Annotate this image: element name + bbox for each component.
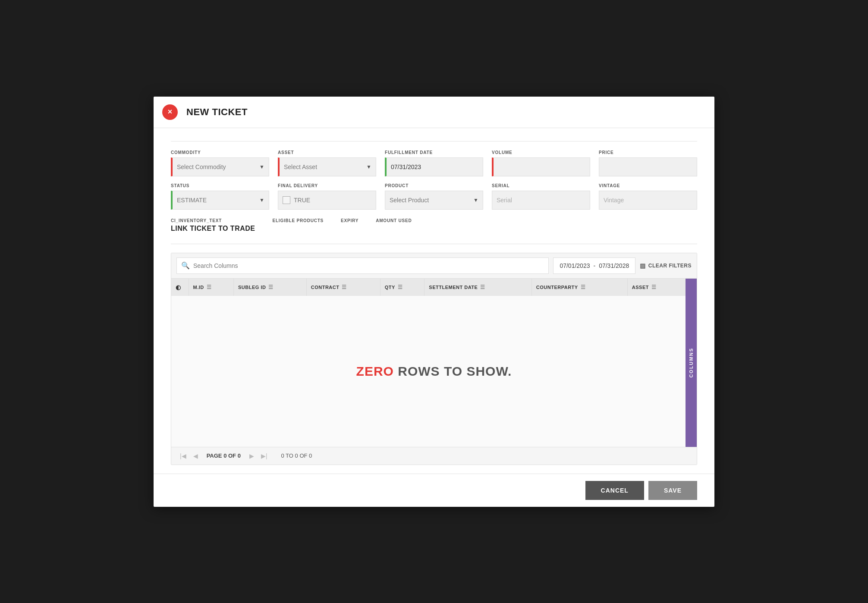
col-qty-sort-icon: ☰ <box>398 284 403 290</box>
final-delivery-group: FINAL DELIVERY TRUE <box>278 183 376 210</box>
prev-page-button[interactable]: ◀ <box>192 452 200 460</box>
table-header-row: ◐ M.ID ☰ SUBLEG ID <box>171 279 697 296</box>
col-settlement-date-label: SETTLEMENT DATE <box>429 285 478 290</box>
table-toolbar: 🔍 07/01/2023 - 07/31/2028 ▨ CLEAR FILTER… <box>171 253 697 279</box>
product-group: PRODUCT Select Product ▼ <box>385 183 483 210</box>
serial-label: SERIAL <box>492 183 590 188</box>
range-info: 0 TO 0 OF 0 <box>281 452 312 459</box>
col-subleg-id[interactable]: SUBLEG ID ☰ <box>234 279 307 296</box>
expiry-group: EXPIRY <box>341 218 359 225</box>
vintage-placeholder: Vintage <box>604 197 624 204</box>
status-group: STATUS ESTIMATE ▼ <box>171 183 269 210</box>
price-group: PRICE <box>599 150 697 176</box>
asset-chevron-icon: ▼ <box>366 164 371 170</box>
cancel-button[interactable]: CANCEL <box>585 481 644 500</box>
save-button[interactable]: SAVE <box>648 481 697 500</box>
form-row-1: COMMODITY Select Commodity ▼ ASSET Selec… <box>171 150 697 210</box>
price-label: PRICE <box>599 150 697 155</box>
table-wrapper: ◐ M.ID ☰ SUBLEG ID <box>171 279 697 447</box>
asset-label: ASSET <box>278 150 376 155</box>
col-select-icon: ◐ <box>176 284 181 291</box>
columns-sidebar-label: COLUMNS <box>689 348 694 378</box>
ci-inventory-section: CI_INVENTORY_TEXT LINK TICKET TO TRADE <box>171 218 255 232</box>
ci-row: CI_INVENTORY_TEXT LINK TICKET TO TRADE E… <box>171 218 697 237</box>
asset-group: ASSET Select Asset ▼ <box>278 150 376 176</box>
modal-body: COMMODITY Select Commodity ▼ ASSET Selec… <box>154 128 714 474</box>
price-input[interactable] <box>599 157 697 176</box>
col-mid[interactable]: M.ID ☰ <box>189 279 234 296</box>
clear-filters-button[interactable]: ▨ CLEAR FILTERS <box>640 262 692 269</box>
data-table: ◐ M.ID ☰ SUBLEG ID <box>171 279 697 296</box>
eligible-products-label: ELIGIBLE PRODUCTS <box>272 218 324 223</box>
col-mid-label: M.ID <box>193 285 204 290</box>
col-subleg-id-label: SUBLEG ID <box>238 285 266 290</box>
modal-footer: CANCEL SAVE <box>154 474 714 507</box>
amount-used-group: AMOUNT USED <box>376 218 412 225</box>
page-info: PAGE 0 OF 0 <box>207 452 241 459</box>
asset-select[interactable]: Select Asset ▼ <box>278 157 376 176</box>
table-footer: |◀ ◀ PAGE 0 OF 0 ▶ ▶| 0 TO 0 OF 0 <box>171 447 697 465</box>
serial-placeholder: Serial <box>497 197 512 204</box>
ci-inventory-value: LINK TICKET TO TRADE <box>171 225 255 232</box>
col-contract-label: CONTRACT <box>311 285 340 290</box>
eligible-products-group: ELIGIBLE PRODUCTS <box>272 218 324 225</box>
final-delivery-checkbox[interactable] <box>283 196 290 204</box>
search-input[interactable] <box>193 262 544 269</box>
table-section: 🔍 07/01/2023 - 07/31/2028 ▨ CLEAR FILTER… <box>171 253 697 465</box>
date-to: 07/31/2028 <box>599 262 629 269</box>
col-contract[interactable]: CONTRACT ☰ <box>306 279 380 296</box>
empty-message: ZERO ROWS TO SHOW. <box>356 364 512 379</box>
commodity-placeholder: Select Commodity <box>177 163 226 170</box>
col-qty[interactable]: QTY ☰ <box>380 279 425 296</box>
fulfillment-date-group: FULFILLMENT DATE 07/31/2023 <box>385 150 483 176</box>
fulfillment-date-label: FULFILLMENT DATE <box>385 150 483 155</box>
date-range-filter[interactable]: 07/01/2023 - 07/31/2028 <box>553 258 635 274</box>
status-select[interactable]: ESTIMATE ▼ <box>171 191 269 210</box>
status-value: ESTIMATE <box>177 197 207 204</box>
fulfillment-date-input[interactable]: 07/31/2023 <box>385 157 483 176</box>
clear-filters-label: CLEAR FILTERS <box>648 263 692 269</box>
volume-input[interactable] <box>492 157 590 176</box>
col-mid-sort-icon: ☰ <box>207 284 212 290</box>
amount-used-label: AMOUNT USED <box>376 218 412 223</box>
col-counterparty-sort-icon: ☰ <box>581 284 586 290</box>
product-chevron-icon: ▼ <box>473 197 478 203</box>
serial-input[interactable]: Serial <box>492 191 590 210</box>
col-subleg-sort-icon: ☰ <box>268 284 274 290</box>
product-label: PRODUCT <box>385 183 483 188</box>
col-select[interactable]: ◐ <box>171 279 189 296</box>
col-asset-sort-icon: ☰ <box>651 284 657 290</box>
modal-title: NEW TICKET <box>186 107 248 118</box>
col-settlement-date[interactable]: SETTLEMENT DATE ☰ <box>425 279 531 296</box>
fulfillment-date-value: 07/31/2023 <box>391 163 421 170</box>
ci-inventory-label: CI_INVENTORY_TEXT <box>171 218 255 223</box>
header-divider <box>171 141 697 141</box>
expiry-label: EXPIRY <box>341 218 359 223</box>
status-label: STATUS <box>171 183 269 188</box>
final-delivery-value: TRUE <box>294 197 310 204</box>
date-from: 07/01/2023 <box>560 262 590 269</box>
col-counterparty-label: COUNTERPARTY <box>536 285 578 290</box>
volume-label: VOLUME <box>492 150 590 155</box>
commodity-group: COMMODITY Select Commodity ▼ <box>171 150 269 176</box>
serial-group: SERIAL Serial <box>492 183 590 210</box>
vintage-input[interactable]: Vintage <box>599 191 697 210</box>
vintage-label: VINTAGE <box>599 183 697 188</box>
filter-icon: ▨ <box>640 262 646 269</box>
volume-group: VOLUME <box>492 150 590 176</box>
commodity-select[interactable]: Select Commodity ▼ <box>171 157 269 176</box>
search-box[interactable]: 🔍 <box>176 258 549 274</box>
first-page-button[interactable]: |◀ <box>178 452 188 460</box>
product-select[interactable]: Select Product ▼ <box>385 191 483 210</box>
columns-sidebar-button[interactable]: COLUMNS <box>686 279 697 447</box>
close-button[interactable]: × <box>162 104 178 120</box>
search-icon: 🔍 <box>181 261 190 270</box>
col-counterparty[interactable]: COUNTERPARTY ☰ <box>531 279 627 296</box>
empty-rest-text: ROWS TO SHOW. <box>394 364 512 378</box>
vintage-group: VINTAGE Vintage <box>599 183 697 210</box>
final-delivery-input[interactable]: TRUE <box>278 191 376 210</box>
modal-header: × NEW TICKET <box>154 97 714 128</box>
last-page-button[interactable]: ▶| <box>259 452 269 460</box>
next-page-button[interactable]: ▶ <box>248 452 256 460</box>
table-head: ◐ M.ID ☰ SUBLEG ID <box>171 279 697 296</box>
